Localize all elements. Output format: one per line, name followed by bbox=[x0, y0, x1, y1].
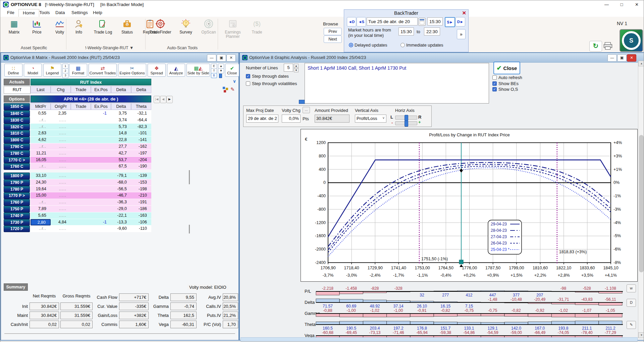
ribbon-price[interactable]: Price bbox=[27, 18, 47, 35]
matrix-maximize-button[interactable]: ▣ bbox=[217, 54, 226, 62]
immediate-updates-radio[interactable]: Immediate updates bbox=[400, 43, 443, 48]
strike-button[interactable]: 1760 C bbox=[4, 163, 30, 170]
strike-button[interactable]: 1780 C bbox=[4, 150, 30, 157]
num-lines-stepper[interactable]: ▲ ▼ bbox=[294, 64, 299, 72]
group-label-strategy[interactable]: !-Weekly-Strangle-RUT ▼ bbox=[71, 46, 148, 50]
show-bes-checkbox[interactable]: ✓Show BEs bbox=[492, 81, 519, 86]
strike-button[interactable]: 1790 C bbox=[4, 143, 30, 150]
day-back-button[interactable]: ◄D bbox=[347, 17, 356, 26]
ribbon-status[interactable]: $Status bbox=[117, 18, 137, 35]
haxis-position-slider[interactable] bbox=[395, 116, 417, 120]
options-scroll-mark[interactable] bbox=[189, 170, 190, 184]
first-expiry-button[interactable]: |◀ bbox=[154, 96, 160, 103]
auto-refresh-checkbox[interactable]: Auto refresh bbox=[492, 75, 522, 80]
option-cell[interactable]: ..r.. bbox=[31, 225, 51, 232]
option-cell[interactable]: 15,00 bbox=[31, 192, 51, 199]
ribbon-survey[interactable]: ?Survey bbox=[176, 18, 196, 35]
option-cell[interactable]: ..r.. bbox=[31, 199, 51, 206]
next-expiry-button[interactable]: ▶ bbox=[166, 96, 173, 103]
layout-3-button[interactable]: 3 bbox=[62, 73, 68, 78]
legend-button[interactable]: ⚑Legend bbox=[43, 64, 61, 77]
matrix-close-button[interactable]: ✕ bbox=[226, 54, 236, 62]
haxis-zoom-slider[interactable] bbox=[395, 121, 417, 125]
vertical-axis-select[interactable]: Profit/Loss∨ bbox=[355, 115, 386, 123]
graph-close-toolbar-button[interactable]: ✔Close bbox=[493, 62, 520, 74]
option-cell[interactable]: ..r.. bbox=[31, 163, 51, 170]
strike-button[interactable]: 1800 C bbox=[4, 137, 30, 143]
adjust-position-icon[interactable] bbox=[222, 86, 229, 93]
scrollbar-thumb[interactable] bbox=[639, 135, 644, 272]
step-forward-button[interactable]: S► bbox=[445, 17, 455, 27]
browse-prev-button[interactable]: Prev bbox=[324, 28, 342, 35]
option-cell[interactable]: 11,21 bbox=[31, 150, 51, 157]
day-forward-button[interactable]: D► bbox=[455, 17, 465, 26]
hours-to-field[interactable]: 22:30 bbox=[424, 27, 440, 36]
strike-button[interactable]: 1800 P bbox=[4, 173, 30, 179]
strike-button[interactable]: 1720 P bbox=[4, 225, 30, 232]
matrix-close-toolbar-button[interactable]: ✔Close bbox=[225, 64, 239, 77]
expand-chevron-button[interactable]: » bbox=[457, 29, 466, 39]
graph-titlebar[interactable]: OptionVue 8 Graphic Analysis - Russell 2… bbox=[240, 53, 644, 63]
vol-step-slider[interactable] bbox=[299, 100, 305, 104]
option-cell[interactable]: ..r.. bbox=[31, 117, 51, 124]
collapse-chevron-icon[interactable]: ∨ bbox=[231, 79, 238, 85]
expire-options-button[interactable]: ✂Expire Options bbox=[118, 64, 146, 77]
ribbon-volty[interactable]: Volty bbox=[50, 18, 69, 35]
symbol-cell[interactable]: RUT bbox=[4, 86, 31, 94]
graph-minimize-button[interactable]: — bbox=[607, 54, 617, 62]
option-cell[interactable]: 4,62 bbox=[31, 137, 51, 143]
num-lines-value[interactable]: 5 bbox=[284, 64, 293, 72]
step-back-button[interactable]: ◄S bbox=[357, 17, 366, 26]
strategy-textbox[interactable]: Short 1 AprM 1840 Call, Short 1 AprM 173… bbox=[305, 63, 489, 104]
e-button[interactable]: E bbox=[211, 64, 217, 69]
delta-mode-icon[interactable]: D bbox=[627, 299, 636, 307]
model-button[interactable]: ◔Model bbox=[24, 64, 42, 77]
strike-button[interactable]: 1810 C bbox=[4, 130, 30, 137]
backtrader-date-field[interactable]: Tue 25 de abr. de 20 bbox=[367, 17, 418, 25]
maximize-button[interactable]: □ bbox=[614, 0, 629, 9]
graph-close-button[interactable]: ✕ bbox=[627, 54, 636, 62]
option-cell[interactable]: 0,55 bbox=[31, 110, 51, 117]
strike-button[interactable]: 1770 C > bbox=[4, 157, 30, 163]
edit-pencil-icon[interactable]: ✎ bbox=[230, 86, 237, 93]
option-cell[interactable]: 33,10 bbox=[31, 173, 51, 179]
scroll-up-icon[interactable]: ▲ bbox=[638, 61, 644, 66]
ribbon-matrix[interactable]: ▦Matrix bbox=[4, 18, 24, 35]
graph-vertical-scrollbar[interactable]: ▲ ▼ bbox=[638, 61, 644, 338]
strike-button[interactable]: 1840 C bbox=[4, 110, 30, 117]
hours-from-field[interactable]: 15:30 bbox=[398, 27, 414, 36]
scroll-down-button[interactable]: ▼ bbox=[218, 68, 224, 73]
analyze-button[interactable]: ◭Analyze bbox=[167, 64, 185, 77]
option-cell[interactable]: ..r.. bbox=[31, 124, 51, 130]
wave-mode-icon[interactable]: w bbox=[627, 284, 636, 292]
strike-button[interactable]: 1780 P bbox=[4, 186, 30, 193]
backtrader-time-field[interactable]: 15:30 bbox=[427, 17, 443, 25]
scroll-down-icon[interactable]: ▼ bbox=[638, 332, 644, 338]
account-logo-button[interactable]: S bbox=[620, 29, 643, 52]
option-cell[interactable]: 5,65 bbox=[31, 212, 51, 219]
format-button[interactable]: ▦Format bbox=[69, 64, 87, 77]
side-by-side-button[interactable]: ▦◭Side by Side bbox=[186, 64, 210, 77]
row-height-slider[interactable] bbox=[219, 74, 222, 78]
t-button[interactable]: T bbox=[211, 68, 217, 73]
scroll-up-button[interactable]: ▲ bbox=[218, 64, 224, 69]
menu-help[interactable]: Help bbox=[89, 9, 106, 16]
menu-data[interactable]: Data bbox=[51, 9, 69, 16]
matrix-minimize-button[interactable]: — bbox=[207, 54, 216, 62]
strike-button[interactable]: 1750 P bbox=[4, 206, 30, 212]
graph-horizontal-scrollbar[interactable] bbox=[240, 337, 638, 341]
step-dates-checkbox[interactable]: ✓Step through dates bbox=[246, 74, 289, 79]
step-vols-checkbox[interactable]: Step through volatilities bbox=[246, 81, 297, 86]
option-cell[interactable]: 24,30 bbox=[31, 179, 51, 186]
strike-button[interactable]: 1790 P bbox=[4, 179, 30, 186]
strike-button[interactable]: 1770 P > bbox=[4, 192, 30, 199]
spread-button[interactable]: ❖Spread bbox=[148, 64, 166, 77]
option-cell[interactable]: 16,05 bbox=[31, 157, 51, 163]
strike-button[interactable]: 1830 C bbox=[4, 117, 30, 124]
option-cell[interactable]: ..r.. bbox=[31, 143, 51, 150]
option-cell[interactable]: 19,64 bbox=[31, 186, 51, 193]
strike-button[interactable]: 1820 C bbox=[4, 124, 30, 130]
option-cell[interactable]: 2,80 bbox=[31, 219, 51, 226]
prev-expiry-button[interactable]: ◀ bbox=[160, 96, 166, 103]
max-proj-field[interactable]: 29 de abr. de 2 bbox=[246, 115, 278, 123]
